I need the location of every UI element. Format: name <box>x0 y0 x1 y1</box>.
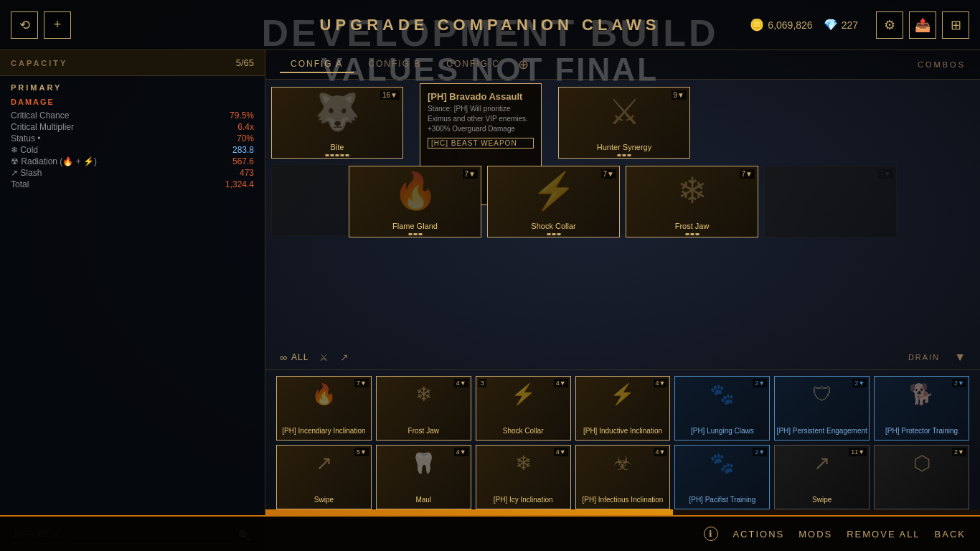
back-icon-btn[interactable]: ⟲ <box>11 11 38 39</box>
available-mod-6[interactable]: 2▼🐕[PH] Protector Training <box>874 376 969 441</box>
available-mod-12[interactable]: 11▼↗Swipe <box>774 445 870 509</box>
left-panel: CAPACITY 5/65 PRIMARY DAMAGE Critical Ch… <box>0 50 265 551</box>
available-mod-5[interactable]: 2▼🛡[PH] Persistent Engagement <box>774 376 870 441</box>
mod-slot-flame-gland[interactable]: 7▼ 🔥 Flame Gland <box>349 166 481 237</box>
stat-value: 1,324.4 <box>225 179 254 189</box>
top-bar-left: ⟲ + <box>11 11 71 39</box>
stat-label: ↗ Slash <box>11 168 42 178</box>
stats-container: Critical Chance79.5%Critical Multiplier6… <box>11 110 254 190</box>
weapon-tag: [HC] BEAST WEAPON <box>428 138 534 149</box>
mod-row2: 7▼ 🔥 Flame Gland 7▼ ⚡ Shock Collar <box>265 166 980 237</box>
actions-btn[interactable]: ACTIONS <box>732 529 784 540</box>
stat-value: 79.5% <box>230 110 254 121</box>
available-mod-7[interactable]: 5▼↗Swipe <box>276 445 372 509</box>
available-mod-4[interactable]: 2▼🐾[PH] Lunging Claws <box>674 376 770 441</box>
mod-name: [PH] Protector Training <box>885 427 958 435</box>
mod-rank: 11▼ <box>849 448 867 456</box>
config-tabs: CONFIG A CONFIG B CONFIG C ⊕ COMBOS <box>265 50 980 80</box>
stat-label: Total <box>11 179 29 189</box>
stat-label: Status • <box>11 133 41 143</box>
mod-icon: ↗ <box>316 451 332 475</box>
credits-icon: 🪙 <box>750 18 764 32</box>
stat-row: ❄ Cold283.8 <box>11 144 254 156</box>
mod-icon: ⚡ <box>610 382 635 406</box>
mod-icon: 🐾 <box>710 451 735 475</box>
mod-slot-frost-jaw[interactable]: 7▼ ❄ Frost Jaw <box>626 166 758 237</box>
damage-label: DAMAGE <box>11 98 254 106</box>
back-btn[interactable]: BACK <box>935 529 966 540</box>
mod-icon: 🐾 <box>710 382 735 406</box>
mod-rank: 5▼ <box>354 448 369 456</box>
mod-rank: 4▼ <box>654 379 668 387</box>
available-mod-9[interactable]: 4▼❄[PH] Icy Inclination <box>476 445 571 509</box>
remove-all-btn[interactable]: REMOVE ALL <box>847 529 920 540</box>
mod-stack: 3 <box>479 379 486 387</box>
mod-rank: 2▼ <box>952 448 966 456</box>
mod-name: [PH] Infectious Inclination <box>583 496 664 504</box>
stat-value: 70% <box>237 133 254 143</box>
stat-label: ☢ Radiation (🔥 + ⚡) <box>11 156 97 166</box>
primary-label: PRIMARY <box>11 83 254 92</box>
stat-value: 567.6 <box>232 156 254 166</box>
mod-name: [PH] Pacifist Training <box>689 496 755 504</box>
mod-name: [PH] Icy Inclination <box>494 496 553 504</box>
available-mod-10[interactable]: 4▼☣[PH] Infectious Inclination <box>575 445 671 509</box>
mod-slot-hunter-synergy[interactable]: 9▼ ⚔ Hunter Synergy <box>558 87 690 159</box>
tab-config-b[interactable]: CONFIG B <box>357 56 432 73</box>
mod-slot-shock-collar[interactable]: 7▼ ⚡ Shock Collar <box>487 166 620 237</box>
weapon-desc: Stance: [PH] Will prioritize Eximus and … <box>428 104 534 134</box>
mod-icon: ⬡ <box>913 451 930 475</box>
mod-rank: 4▼ <box>554 448 568 456</box>
available-mod-13[interactable]: 2▼⬡ <box>874 445 969 509</box>
plat-icon: 💎 <box>824 18 838 32</box>
export-icon[interactable]: 📤 <box>909 11 936 39</box>
tab-config-a[interactable]: CONFIG A <box>280 56 354 73</box>
top-bar-right: 🪙 6,069,826 💎 227 ⚙ 📤 ⊞ <box>750 11 969 39</box>
plat-value: 227 <box>842 19 858 31</box>
mod-name: Frost Jaw <box>408 427 439 435</box>
add-btn[interactable]: + <box>44 11 71 39</box>
weapon-area: 16▼ 🐺 Bite <box>265 80 980 402</box>
available-mod-3[interactable]: 4▼⚡[PH] Inductive Inclination <box>575 376 671 441</box>
stat-label: Critical Multiplier <box>11 122 74 132</box>
mod-art-hunter: ⚔ <box>608 91 641 133</box>
available-mod-11[interactable]: 2▼🐾[PH] Pacifist Training <box>674 445 770 509</box>
settings-icon[interactable]: ⚙ <box>876 11 903 39</box>
weapon-display: [PH] Bravado Assault Stance: [PH] Will p… <box>409 80 552 402</box>
grid-icon[interactable]: ⊞ <box>942 11 969 39</box>
mod-rank: 4▼ <box>554 379 568 387</box>
available-mod-1[interactable]: 4▼❄Frost Jaw <box>376 376 471 441</box>
available-mod-2[interactable]: 34▼⚡Shock Collar <box>476 376 571 441</box>
actions-label: ACTIONS <box>732 529 784 540</box>
tab-config-c[interactable]: CONFIG C <box>435 56 511 73</box>
mod-rank: 7▼ <box>354 379 369 387</box>
stat-value: 473 <box>240 168 254 178</box>
available-mod-8[interactable]: 4▼🦷Maul <box>376 445 471 509</box>
stat-label: Critical Chance <box>11 110 69 121</box>
mod-icon: ❄ <box>415 382 432 406</box>
stat-row: ☢ Radiation (🔥 + ⚡)567.6 <box>11 156 254 167</box>
config-add-btn[interactable]: ⊕ <box>518 57 529 72</box>
mod-rank: 2▼ <box>753 448 767 456</box>
mod-icon: ☣ <box>613 451 631 475</box>
bottom-bar: ℹ ACTIONS MODS REMOVE ALL BACK <box>0 515 980 551</box>
stat-row: Critical Chance79.5% <box>11 110 254 121</box>
mod-slot-bite[interactable]: 16▼ 🐺 Bite <box>271 87 403 159</box>
info-btn[interactable]: ℹ <box>704 527 718 541</box>
available-mod-0[interactable]: 7▼🔥[PH] Incendiary Inclination <box>276 376 372 441</box>
mod-slot-empty3[interactable]: 7▼ <box>764 166 897 237</box>
mod-rank: 4▼ <box>654 448 668 456</box>
mods-btn[interactable]: MODS <box>798 529 832 540</box>
mod-rank: 2▼ <box>852 379 867 387</box>
left-mods: 16▼ 🐺 Bite <box>265 80 409 402</box>
combos-label: COMBOS <box>918 60 966 69</box>
mod-dots-flame <box>408 233 422 235</box>
mods-label: MODS <box>798 529 832 540</box>
stat-row: Critical Multiplier6.4x <box>11 121 254 133</box>
stat-row: Status •70% <box>11 133 254 144</box>
mod-name: [PH] Lunging Claws <box>691 427 754 435</box>
capacity-value: 5/65 <box>236 57 254 68</box>
mod-rank: 4▼ <box>454 448 468 456</box>
stat-label: ❄ Cold <box>11 145 38 155</box>
mod-dots-hunter <box>618 154 631 156</box>
